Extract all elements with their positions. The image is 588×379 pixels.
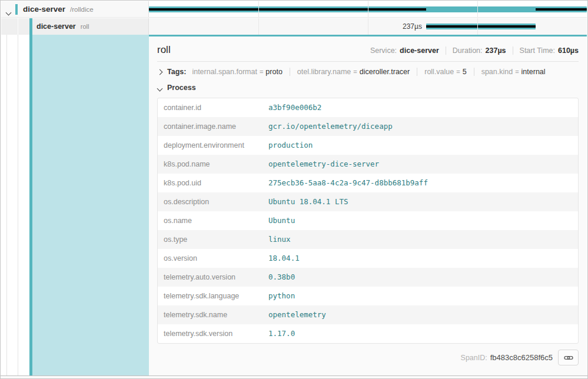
process-value: opentelemetry-dice-server: [263, 155, 578, 174]
process-kv-row: container.image.namegcr.io/opentelemetry…: [158, 117, 578, 136]
process-label: Process: [167, 84, 196, 92]
process-value: 275ecb36-5aa8-4c2a-9c47-d8bb681b9aff: [263, 174, 578, 192]
process-kv-row: os.descriptionUbuntu 18.04.1 LTS: [158, 192, 578, 211]
tree-guide-line: [18, 18, 18, 35]
tag-item: otel.library.name=diceroller.tracer: [290, 68, 410, 76]
timeline-row-rolldice: [149, 1, 587, 17]
timeline-row-roll: 237µs: [149, 18, 587, 35]
operation-name: /rolldice: [70, 6, 94, 13]
process-accordion[interactable]: Process: [157, 81, 579, 98]
tags-accordion[interactable]: Tags: internal.span.format=protootel.lib…: [157, 62, 579, 81]
collapse-chevron-icon[interactable]: [6, 6, 11, 17]
process-value: 18.04.1: [263, 249, 578, 268]
process-value: 1.17.0: [263, 324, 578, 343]
tag-item: roll.value=5: [417, 68, 466, 76]
chevron-right-icon[interactable]: [158, 68, 162, 76]
process-value: production: [263, 136, 578, 155]
span-title: roll: [157, 44, 171, 56]
tag-value: diceroller.tracer: [360, 68, 410, 76]
jaeger-trace-view: dice-server /rolldice dice-server roll 2…: [0, 0, 588, 379]
tree-guide-line: [18, 35, 18, 375]
process-key: container.id: [158, 98, 263, 117]
span-bar-overlay: [426, 25, 536, 28]
bottom-border-strip: [1, 375, 587, 379]
process-key: os.version: [158, 249, 263, 268]
meta-value: 237µs: [486, 46, 506, 55]
spanid-label: SpanID:: [461, 354, 487, 362]
chevron-down-icon[interactable]: [158, 82, 162, 93]
meta-item: Service:dice-server: [370, 46, 439, 55]
span-bar-roll[interactable]: [426, 24, 536, 29]
span-row-roll: dice-server roll 237µs: [1, 18, 587, 35]
span-detail-header: roll Service:dice-serverDuration:237µsSt…: [157, 36, 579, 61]
link-icon: [564, 353, 573, 363]
meta-item: Duration:237µs: [446, 46, 506, 55]
meta-label: Duration:: [453, 46, 483, 55]
process-kv-table: container.ida3bf90e006b2container.image.…: [157, 98, 579, 344]
process-key: os.type: [158, 230, 263, 249]
meta-label: Start Time:: [520, 46, 555, 55]
meta-label: Service:: [370, 46, 397, 55]
process-key: os.description: [158, 192, 263, 211]
process-kv-row: deployment.environmentproduction: [158, 136, 578, 155]
timeline-gridline: [368, 1, 368, 17]
tag-equals: =: [260, 68, 263, 75]
span-detail-footer: SpanID: fb483c8c6258f6c5: [157, 344, 579, 371]
tag-item: span.kind=internal: [474, 68, 546, 76]
span-name-cell-roll[interactable]: dice-server roll: [1, 18, 149, 35]
process-key: os.name: [158, 211, 263, 230]
span-meta: Service:dice-serverDuration:237µsStart T…: [370, 46, 579, 55]
span-detail-row: roll Service:dice-serverDuration:237µsSt…: [1, 35, 587, 375]
timeline-gridline: [477, 18, 478, 35]
timeline-gridline: [258, 1, 259, 17]
span-detail-panel: roll Service:dice-serverDuration:237µsSt…: [149, 35, 587, 375]
selected-span-highlight: [32, 35, 149, 375]
process-key: telemetry.auto.version: [158, 268, 263, 287]
span-row-rolldice: dice-server /rolldice: [1, 1, 587, 18]
process-kv-row: os.typelinux: [158, 230, 578, 249]
tags-label: Tags:: [167, 68, 186, 76]
meta-value: 610µs: [558, 46, 579, 55]
process-value: a3bf90e006b2: [263, 98, 578, 117]
process-key: container.image.name: [158, 117, 263, 136]
tag-value: 5: [463, 68, 467, 76]
service-color-bar: [15, 4, 18, 15]
process-kv-row: telemetry.sdk.version1.17.0: [158, 324, 578, 343]
process-value: python: [263, 287, 578, 305]
process-kv-row: k8s.pod.nameopentelemetry-dice-server: [158, 155, 578, 174]
operation-name: roll: [81, 23, 89, 30]
tag-key: otel.library.name: [297, 68, 351, 76]
process-key: deployment.environment: [158, 136, 263, 155]
tag-value: proto: [265, 68, 283, 76]
timeline-gridline: [368, 18, 368, 35]
process-kv-row: os.nameUbuntu: [158, 211, 578, 230]
tree-guide-line: [6, 35, 7, 375]
process-value: Ubuntu 18.04.1 LTS: [263, 192, 578, 211]
process-key: k8s.pod.uid: [158, 174, 263, 192]
spanid-value: fb483c8c6258f6c5: [490, 353, 553, 362]
span-bar-overlay: [149, 8, 426, 11]
span-bar-overlay: [536, 8, 587, 11]
process-value: gcr.io/opentelemetry/diceapp: [263, 117, 578, 136]
tag-item: internal.span.format=proto: [192, 68, 282, 76]
process-key: k8s.pod.name: [158, 155, 263, 174]
process-value: Ubuntu: [263, 211, 578, 230]
tag-key: internal.span.format: [192, 68, 257, 76]
process-key: telemetry.sdk.name: [158, 305, 263, 324]
process-value: 0.38b0: [263, 268, 578, 287]
service-name[interactable]: dice-server: [36, 22, 76, 31]
deep-link-button[interactable]: [558, 350, 579, 365]
process-kv-row: k8s.pod.uid275ecb36-5aa8-4c2a-9c47-d8bb6…: [158, 174, 578, 192]
span-duration-label: 237µs: [149, 22, 422, 31]
process-key: telemetry.sdk.language: [158, 287, 263, 305]
service-name[interactable]: dice-server: [23, 5, 65, 14]
meta-item: Start Time:610µs: [513, 46, 579, 55]
process-value: opentelemetry: [263, 305, 578, 324]
span-name-cell-rolldice[interactable]: dice-server /rolldice: [1, 1, 149, 17]
tag-key: span.kind: [481, 68, 513, 76]
tag-equals: =: [353, 68, 357, 75]
process-kv-row: telemetry.sdk.languagepython: [158, 287, 578, 305]
tag-summary-list: internal.span.format=protootel.library.n…: [192, 68, 545, 76]
timeline-gridline: [477, 1, 478, 17]
span-tree-gutter: [1, 35, 149, 375]
